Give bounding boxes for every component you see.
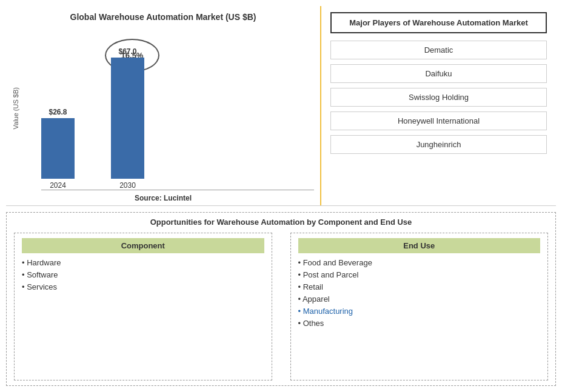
chart-title: Global Warehouse Automation Market (US $… [12, 12, 314, 22]
top-section: Global Warehouse Automation Market (US $… [6, 6, 556, 206]
bar-value-2024: $26.8 [49, 108, 67, 116]
bar-group-2024: $26.8 2024 [41, 108, 75, 190]
opportunities-title: Opportunities for Warehouse Automation b… [14, 218, 548, 227]
player-dematic: Dematic [330, 41, 547, 59]
end-item-0: • Food and Beverage [298, 258, 541, 267]
comp-item-0: • Hardware [22, 258, 264, 267]
end-item-5: • Othes [298, 319, 541, 328]
y-axis-label: Value (US $B) [12, 87, 19, 130]
bottom-section: Opportunities for Warehouse Automation b… [6, 212, 556, 386]
chart-area: Value (US $B) 16.5% $26.8 [12, 27, 314, 190]
end-item-2: • Retail [298, 282, 541, 291]
bar-value-2030: $67.0 [118, 47, 136, 56]
players-section: Major Players of Warehouse Automation Ma… [321, 6, 556, 205]
player-swisslog: Swisslog Holding [330, 88, 547, 107]
bars-inner: 16.5% $26.8 2024 $67.0 [23, 27, 314, 190]
chart-section: Global Warehouse Automation Market (US $… [6, 6, 321, 205]
bar-2024 [41, 118, 75, 179]
x-axis-line [41, 190, 314, 190]
player-honeywell: Honeywell International [330, 111, 547, 130]
bar-label-2024: 2024 [50, 181, 66, 190]
end-item-4: • Manufacturing [298, 307, 541, 316]
bar-group-2030: $67.0 2030 [111, 47, 144, 190]
comp-item-1: • Software [22, 270, 264, 279]
end-use-header: End Use [298, 238, 541, 253]
player-daifuku: Daifuku [330, 64, 547, 83]
end-item-3: • Apparel [298, 294, 541, 304]
main-container: Global Warehouse Automation Market (US $… [0, 0, 562, 392]
bar-label-2030: 2030 [119, 181, 136, 190]
component-column: Component • Hardware • Software • Servic… [14, 233, 272, 380]
end-item-1: • Post and Parcel [298, 270, 541, 279]
comp-item-2: • Services [22, 282, 264, 291]
component-header: Component [22, 238, 264, 253]
end-use-column: End Use • Food and Beverage • Post and P… [290, 233, 549, 380]
player-jungheinrich: Jungheinrich [330, 135, 547, 154]
source-text: Source: Lucintel [12, 194, 314, 202]
opportunities-columns: Component • Hardware • Software • Servic… [14, 233, 548, 380]
players-title: Major Players of Warehouse Automation Ma… [330, 12, 547, 33]
bars-container: 16.5% $26.8 2024 $67.0 [23, 27, 314, 190]
bar-2030 [111, 58, 144, 179]
